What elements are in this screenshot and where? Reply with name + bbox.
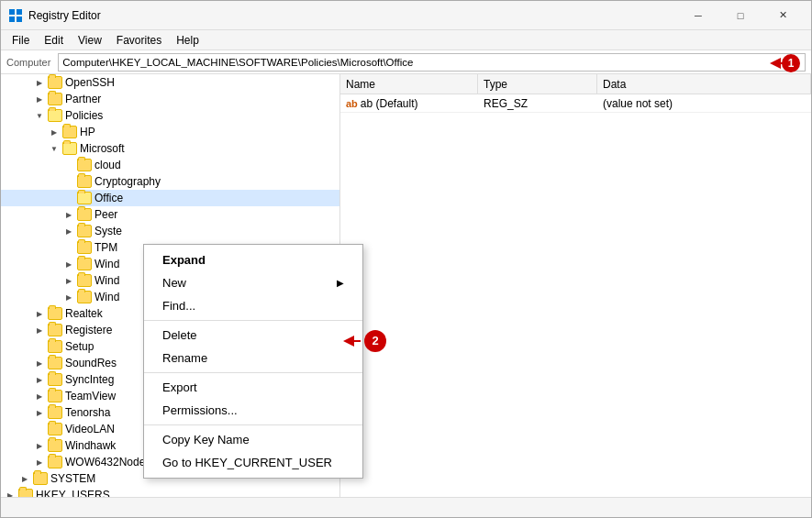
expand-arrow: ▶ [34, 374, 45, 385]
ctx-export[interactable]: Export [144, 376, 362, 399]
expand-arrow: ▶ [63, 292, 74, 303]
minimize-button[interactable]: ─ [677, 1, 719, 30]
expand-arrow: ▶ [34, 457, 45, 468]
tree-item-peer[interactable]: ▶ Peer [1, 206, 339, 223]
folder-icon [62, 142, 77, 155]
annotation-badge-2: 2 [344, 327, 390, 358]
tree-item-microsoft[interactable]: ▼ Microsoft [1, 140, 339, 157]
expand-arrow: ▶ [34, 308, 45, 319]
folder-icon [48, 456, 62, 468]
folder-icon [48, 439, 62, 452]
submenu-arrow: ▶ [337, 278, 344, 288]
expand-arrow: ▶ [34, 94, 45, 105]
ctx-copy-key-name[interactable]: Copy Key Name [144, 428, 362, 451]
tree-item-policies[interactable]: ▼ Policies [1, 107, 339, 124]
col-type: Type [478, 74, 597, 94]
tree-item-cryptography[interactable]: Cryptography [1, 173, 339, 190]
reg-type-icon: ab [346, 98, 358, 109]
svg-rect-1 [17, 9, 22, 15]
folder-icon [48, 406, 62, 419]
expand-arrow [63, 193, 74, 204]
expand-arrow: ▶ [34, 407, 45, 418]
expand-arrow: ▶ [34, 77, 45, 88]
expand-arrow: ▶ [63, 209, 74, 220]
folder-icon [77, 241, 92, 254]
menu-edit[interactable]: Edit [37, 32, 71, 49]
expand-arrow [34, 341, 45, 352]
menu-file[interactable]: File [5, 32, 37, 49]
ctx-find[interactable]: Find... [144, 294, 362, 317]
expand-arrow: ▶ [63, 259, 74, 270]
expand-arrow: ▶ [19, 473, 30, 484]
expand-arrow: ▶ [34, 358, 45, 369]
ctx-separator-3 [144, 424, 362, 425]
status-bar [1, 497, 811, 517]
ctx-rename[interactable]: Rename [144, 347, 362, 369]
ctx-delete[interactable]: Delete [144, 324, 362, 347]
window-title: Registry Editor [28, 9, 677, 22]
svg-rect-0 [9, 9, 15, 15]
ctx-new[interactable]: New ▶ [144, 271, 362, 294]
content-area: ▶ OpenSSH ▶ Partner ▼ Policies ▶ HP [1, 74, 811, 497]
cell-data: (value not set) [597, 97, 811, 110]
address-label: Computer [6, 57, 50, 68]
context-menu: Expand New ▶ Find... Delete Rename [143, 244, 363, 479]
cell-type: REG_SZ [478, 97, 597, 110]
ctx-permissions[interactable]: Permissions... [144, 399, 362, 422]
folder-icon [48, 373, 62, 386]
folder-icon [77, 225, 92, 237]
ctx-goto-hkcu[interactable]: Go to HKEY_CURRENT_USER [144, 451, 362, 474]
col-name: Name [340, 74, 478, 94]
expand-arrow: ▼ [49, 143, 60, 154]
folder-icon [48, 357, 62, 369]
folder-icon [33, 472, 48, 485]
folder-icon [48, 93, 62, 105]
expand-arrow: ▼ [34, 110, 45, 121]
tree-item-openssh[interactable]: ▶ OpenSSH [1, 74, 339, 91]
svg-rect-3 [17, 17, 22, 22]
folder-icon [77, 291, 92, 303]
ctx-separator-2 [144, 372, 362, 373]
table-row[interactable]: ab ab (Default) REG_SZ (value not set) [340, 94, 811, 113]
expand-arrow [34, 424, 45, 435]
folder-icon [48, 390, 62, 402]
window-controls: ─ □ ✕ [677, 1, 804, 30]
registry-editor-window: Registry Editor ─ □ ✕ File Edit View Fav… [0, 0, 812, 518]
menu-help[interactable]: Help [169, 32, 206, 49]
expand-arrow: ▶ [34, 440, 45, 451]
menu-view[interactable]: View [71, 32, 109, 49]
address-input[interactable]: Computer\HKEY_LOCAL_MACHINE\SOFTWARE\Pol… [58, 53, 806, 72]
svg-text:2: 2 [372, 334, 378, 347]
folder-icon [48, 423, 62, 435]
tree-item-partner[interactable]: ▶ Partner [1, 91, 339, 107]
folder-icon [48, 307, 62, 320]
address-bar: Computer Computer\HKEY_LOCAL_MACHINE\SOF… [1, 50, 811, 74]
folder-icon [77, 208, 92, 221]
folder-icon [77, 274, 92, 287]
folder-icon [18, 489, 33, 497]
folder-icon [77, 192, 92, 204]
svg-rect-2 [9, 17, 15, 22]
tree-item-syste[interactable]: ▶ Syste [1, 223, 339, 239]
maximize-button[interactable]: □ [719, 1, 762, 30]
col-data: Data [597, 74, 811, 94]
right-panel: Name Type Data ab ab (Default) REG_SZ (v… [340, 74, 811, 497]
expand-arrow: ▶ [5, 490, 16, 497]
folder-icon [62, 126, 77, 138]
close-button[interactable]: ✕ [762, 1, 804, 30]
tree-item-hkey-users[interactable]: ▶ HKEY_USERS [1, 487, 339, 497]
folder-icon [48, 76, 62, 89]
tree-item-hp[interactable]: ▶ HP [1, 124, 339, 140]
menu-favorites[interactable]: Favorites [109, 32, 169, 49]
folder-icon [48, 109, 62, 122]
expand-arrow: ▶ [34, 325, 45, 336]
titlebar: Registry Editor ─ □ ✕ [1, 1, 811, 30]
svg-text:1: 1 [788, 57, 795, 70]
tree-item-cloud[interactable]: cloud [1, 157, 339, 173]
annotation-badge-1: 1 [771, 53, 798, 76]
menubar: File Edit View Favorites Help [1, 30, 811, 50]
folder-icon [77, 159, 92, 171]
expand-arrow: ▶ [34, 391, 45, 402]
tree-item-office[interactable]: Office [1, 190, 339, 206]
ctx-expand[interactable]: Expand [144, 248, 362, 271]
